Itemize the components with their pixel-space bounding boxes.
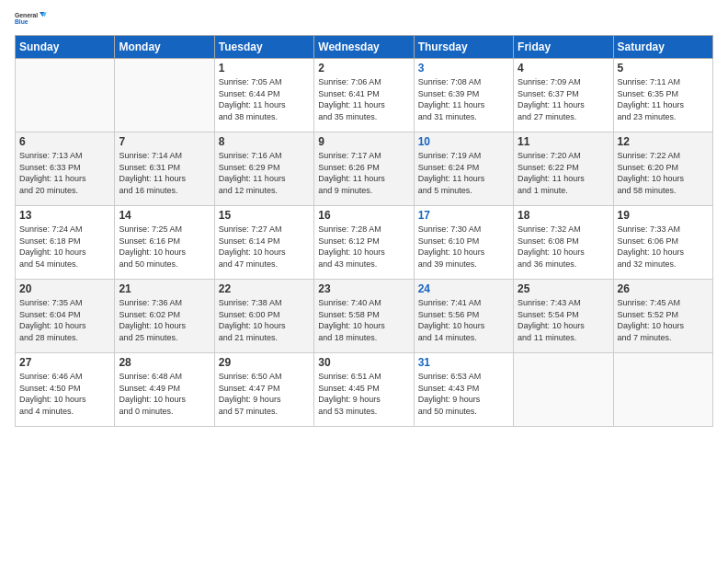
- calendar-cell: 2Sunrise: 7:06 AMSunset: 6:41 PMDaylight…: [314, 59, 414, 132]
- day-number: 5: [618, 62, 709, 75]
- day-number: 20: [19, 282, 110, 295]
- day-number: 15: [219, 209, 310, 222]
- day-number: 27: [19, 356, 110, 369]
- calendar-cell: 16Sunrise: 7:28 AMSunset: 6:12 PMDayligh…: [314, 206, 414, 280]
- day-number: 22: [219, 282, 310, 295]
- calendar-cell: [16, 59, 115, 132]
- calendar-cell: 10Sunrise: 7:19 AMSunset: 6:24 PMDayligh…: [414, 132, 513, 206]
- calendar-cell: 24Sunrise: 7:41 AMSunset: 5:56 PMDayligh…: [414, 280, 513, 353]
- day-number: 12: [618, 135, 709, 148]
- day-number: 13: [19, 209, 110, 222]
- day-details: Sunrise: 7:36 AMSunset: 6:02 PMDaylight:…: [119, 297, 210, 343]
- day-header-wednesday: Wednesday: [314, 36, 414, 59]
- day-header-saturday: Saturday: [613, 36, 712, 59]
- day-number: 6: [19, 135, 110, 148]
- day-details: Sunrise: 7:14 AMSunset: 6:31 PMDaylight:…: [119, 150, 210, 196]
- svg-text:Blue: Blue: [15, 18, 28, 25]
- day-details: Sunrise: 6:46 AMSunset: 4:50 PMDaylight:…: [19, 371, 110, 417]
- day-number: 31: [418, 356, 509, 369]
- day-details: Sunrise: 7:19 AMSunset: 6:24 PMDaylight:…: [418, 150, 509, 196]
- day-number: 30: [318, 356, 409, 369]
- day-details: Sunrise: 7:05 AMSunset: 6:44 PMDaylight:…: [219, 76, 310, 122]
- day-number: 29: [219, 356, 310, 369]
- day-number: 3: [418, 62, 509, 75]
- calendar-cell: 1Sunrise: 7:05 AMSunset: 6:44 PMDaylight…: [214, 59, 313, 132]
- day-details: Sunrise: 7:43 AMSunset: 5:54 PMDaylight:…: [518, 297, 609, 343]
- day-number: 24: [418, 282, 509, 295]
- day-header-thursday: Thursday: [414, 36, 513, 59]
- calendar-cell: 23Sunrise: 7:40 AMSunset: 5:58 PMDayligh…: [314, 280, 414, 353]
- day-details: Sunrise: 7:32 AMSunset: 6:08 PMDaylight:…: [518, 224, 609, 270]
- day-number: 10: [418, 135, 509, 148]
- day-details: Sunrise: 7:28 AMSunset: 6:12 PMDaylight:…: [318, 224, 409, 270]
- calendar-cell: 6Sunrise: 7:13 AMSunset: 6:33 PMDaylight…: [16, 132, 115, 206]
- day-details: Sunrise: 7:17 AMSunset: 6:26 PMDaylight:…: [318, 150, 409, 196]
- calendar-cell: 12Sunrise: 7:22 AMSunset: 6:20 PMDayligh…: [613, 132, 712, 206]
- day-number: 28: [119, 356, 210, 369]
- logo: GeneralBlue: [15, 9, 48, 29]
- calendar-cell: 15Sunrise: 7:27 AMSunset: 6:14 PMDayligh…: [214, 206, 313, 280]
- svg-text:General: General: [15, 12, 38, 18]
- calendar-cell: [514, 353, 613, 427]
- calendar-table: SundayMondayTuesdayWednesdayThursdayFrid…: [15, 35, 713, 427]
- calendar-cell: 5Sunrise: 7:11 AMSunset: 6:35 PMDaylight…: [613, 59, 712, 132]
- day-details: Sunrise: 7:13 AMSunset: 6:33 PMDaylight:…: [19, 150, 110, 196]
- day-number: 19: [618, 209, 709, 222]
- logo-icon: GeneralBlue: [15, 9, 48, 29]
- calendar-week-1: 1Sunrise: 7:05 AMSunset: 6:44 PMDaylight…: [16, 59, 713, 132]
- calendar-cell: 29Sunrise: 6:50 AMSunset: 4:47 PMDayligh…: [214, 353, 313, 427]
- day-details: Sunrise: 7:09 AMSunset: 6:37 PMDaylight:…: [518, 76, 609, 122]
- calendar-cell: 7Sunrise: 7:14 AMSunset: 6:31 PMDaylight…: [115, 132, 214, 206]
- day-number: 4: [518, 62, 609, 75]
- day-header-sunday: Sunday: [16, 36, 115, 59]
- day-header-tuesday: Tuesday: [214, 36, 313, 59]
- calendar-cell: 14Sunrise: 7:25 AMSunset: 6:16 PMDayligh…: [115, 206, 214, 280]
- day-details: Sunrise: 7:20 AMSunset: 6:22 PMDaylight:…: [518, 150, 609, 196]
- calendar-cell: 25Sunrise: 7:43 AMSunset: 5:54 PMDayligh…: [514, 280, 613, 353]
- day-header-friday: Friday: [514, 36, 613, 59]
- calendar-cell: 13Sunrise: 7:24 AMSunset: 6:18 PMDayligh…: [16, 206, 115, 280]
- calendar-cell: 28Sunrise: 6:48 AMSunset: 4:49 PMDayligh…: [115, 353, 214, 427]
- day-details: Sunrise: 6:53 AMSunset: 4:43 PMDaylight:…: [418, 371, 509, 417]
- day-number: 1: [219, 62, 310, 75]
- calendar-cell: 27Sunrise: 6:46 AMSunset: 4:50 PMDayligh…: [16, 353, 115, 427]
- day-details: Sunrise: 7:45 AMSunset: 5:52 PMDaylight:…: [618, 297, 709, 343]
- calendar-cell: 17Sunrise: 7:30 AMSunset: 6:10 PMDayligh…: [414, 206, 513, 280]
- day-details: Sunrise: 7:38 AMSunset: 6:00 PMDaylight:…: [219, 297, 310, 343]
- day-number: 14: [119, 209, 210, 222]
- calendar-cell: 9Sunrise: 7:17 AMSunset: 6:26 PMDaylight…: [314, 132, 414, 206]
- day-details: Sunrise: 7:25 AMSunset: 6:16 PMDaylight:…: [119, 224, 210, 270]
- day-number: 7: [119, 135, 210, 148]
- calendar-cell: 18Sunrise: 7:32 AMSunset: 6:08 PMDayligh…: [514, 206, 613, 280]
- calendar-cell: 11Sunrise: 7:20 AMSunset: 6:22 PMDayligh…: [514, 132, 613, 206]
- calendar-cell: 19Sunrise: 7:33 AMSunset: 6:06 PMDayligh…: [613, 206, 712, 280]
- day-header-monday: Monday: [115, 36, 214, 59]
- day-number: 17: [418, 209, 509, 222]
- day-number: 9: [318, 135, 409, 148]
- day-number: 21: [119, 282, 210, 295]
- day-number: 23: [318, 282, 409, 295]
- calendar-week-4: 20Sunrise: 7:35 AMSunset: 6:04 PMDayligh…: [16, 280, 713, 353]
- day-details: Sunrise: 7:30 AMSunset: 6:10 PMDaylight:…: [418, 224, 509, 270]
- day-number: 8: [219, 135, 310, 148]
- day-details: Sunrise: 7:35 AMSunset: 6:04 PMDaylight:…: [19, 297, 110, 343]
- calendar-cell: 21Sunrise: 7:36 AMSunset: 6:02 PMDayligh…: [115, 280, 214, 353]
- calendar-cell: 30Sunrise: 6:51 AMSunset: 4:45 PMDayligh…: [314, 353, 414, 427]
- day-number: 26: [618, 282, 709, 295]
- calendar-cell: [613, 353, 712, 427]
- calendar-cell: 22Sunrise: 7:38 AMSunset: 6:00 PMDayligh…: [214, 280, 313, 353]
- day-details: Sunrise: 7:16 AMSunset: 6:29 PMDaylight:…: [219, 150, 310, 196]
- day-details: Sunrise: 7:22 AMSunset: 6:20 PMDaylight:…: [618, 150, 709, 196]
- calendar-week-5: 27Sunrise: 6:46 AMSunset: 4:50 PMDayligh…: [16, 353, 713, 427]
- calendar-cell: 3Sunrise: 7:08 AMSunset: 6:39 PMDaylight…: [414, 59, 513, 132]
- calendar-cell: [115, 59, 214, 132]
- day-details: Sunrise: 7:08 AMSunset: 6:39 PMDaylight:…: [418, 76, 509, 122]
- calendar-cell: 26Sunrise: 7:45 AMSunset: 5:52 PMDayligh…: [613, 280, 712, 353]
- day-details: Sunrise: 6:51 AMSunset: 4:45 PMDaylight:…: [318, 371, 409, 417]
- day-details: Sunrise: 7:24 AMSunset: 6:18 PMDaylight:…: [19, 224, 110, 270]
- calendar-cell: 8Sunrise: 7:16 AMSunset: 6:29 PMDaylight…: [214, 132, 313, 206]
- calendar-week-3: 13Sunrise: 7:24 AMSunset: 6:18 PMDayligh…: [16, 206, 713, 280]
- calendar-cell: 20Sunrise: 7:35 AMSunset: 6:04 PMDayligh…: [16, 280, 115, 353]
- day-number: 16: [318, 209, 409, 222]
- day-details: Sunrise: 6:50 AMSunset: 4:47 PMDaylight:…: [219, 371, 310, 417]
